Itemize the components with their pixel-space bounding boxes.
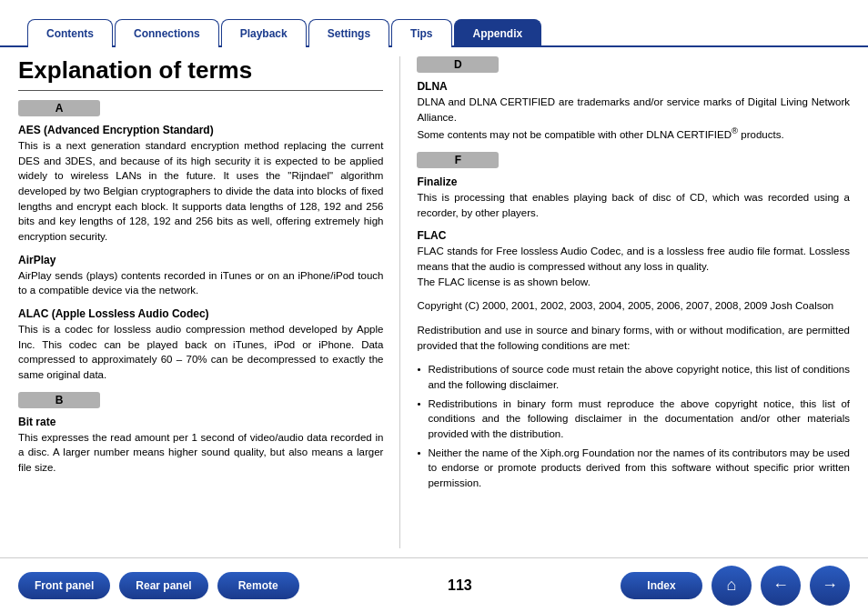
term-airplay: AirPlay AirPlay sends (plays) contents r… [18, 254, 383, 298]
flac-bullet-1: Redistributions of source code must reta… [417, 362, 850, 392]
section-b-bar: B [18, 392, 100, 408]
remote-button[interactable]: Remote [217, 572, 299, 599]
front-panel-button[interactable]: Front panel [18, 572, 110, 599]
back-button[interactable]: ← [761, 566, 801, 606]
left-column: Explanation of terms A AES (Advanced Enc… [18, 56, 400, 548]
footer-right-buttons: Index ⌂ ← → [621, 566, 850, 606]
content-area: Explanation of terms A AES (Advanced Enc… [0, 47, 868, 557]
forward-button[interactable]: → [810, 566, 850, 606]
footer: Front panel Rear panel Remote 113 Index … [0, 557, 868, 612]
tab-tips[interactable]: Tips [391, 19, 451, 47]
home-button[interactable]: ⌂ [712, 566, 752, 606]
term-aes-title: AES (Advanced Encryption Standard) [18, 124, 383, 136]
tab-navigation: Contents Connections Playback Settings T… [0, 0, 868, 47]
rear-panel-button[interactable]: Rear panel [119, 572, 207, 599]
term-finalize: Finalize This is processing that enables… [417, 176, 850, 220]
page-title: Explanation of terms [18, 56, 383, 85]
index-button[interactable]: Index [621, 572, 702, 599]
term-alac-body: This is a codec for lossless audio compr… [18, 322, 383, 383]
flac-bullet-3: Neither the name of the Xiph.org Foundat… [417, 446, 850, 491]
term-dlna-title: DLNA [417, 80, 850, 93]
flac-redistribution: Redistribution and use in source and bin… [417, 323, 850, 353]
term-dlna: DLNA DLNA and DLNA CERTIFIED are tradema… [417, 80, 850, 143]
tab-connections[interactable]: Connections [115, 19, 219, 47]
term-aes-body: This is a next generation standard encry… [18, 138, 383, 245]
home-icon: ⌂ [727, 576, 737, 595]
term-bitrate-body: This expresses the read amount per 1 sec… [18, 430, 383, 476]
page-number: 113 [448, 577, 472, 594]
term-alac-title: ALAC (Apple Lossless Audio Codec) [18, 307, 383, 320]
tab-playback[interactable]: Playback [221, 19, 307, 47]
title-divider [18, 90, 383, 91]
section-a-bar: A [18, 100, 100, 116]
tab-contents[interactable]: Contents [27, 19, 113, 47]
term-dlna-body: DLNA and DLNA CERTIFIED are trademarks a… [417, 95, 850, 143]
term-finalize-body: This is processing that enables playing … [417, 190, 850, 220]
term-alac: ALAC (Apple Lossless Audio Codec) This i… [18, 307, 383, 383]
flac-bullet-list: Redistributions of source code must reta… [417, 362, 850, 490]
term-airplay-body: AirPlay sends (plays) contents recorded … [18, 268, 383, 298]
flac-copyright: Copyright (C) 2000, 2001, 2002, 2003, 20… [417, 298, 850, 314]
term-bitrate: Bit rate This expresses the read amount … [18, 416, 383, 476]
term-flac: FLAC FLAC stands for Free lossless Audio… [417, 229, 850, 289]
tab-settings[interactable]: Settings [308, 19, 389, 47]
term-flac-body: FLAC stands for Free lossless Audio Code… [417, 244, 850, 289]
section-f-bar: F [417, 152, 499, 168]
footer-left-buttons: Front panel Rear panel Remote [18, 572, 299, 599]
section-d-bar: D [417, 56, 499, 73]
forward-icon: → [822, 576, 838, 595]
term-airplay-title: AirPlay [18, 254, 383, 266]
term-flac-title: FLAC [417, 229, 850, 242]
back-icon: ← [772, 576, 789, 595]
main-content: Explanation of terms A AES (Advanced Enc… [0, 47, 868, 612]
flac-bullet-2: Redistributions in binary form must repr… [417, 396, 850, 442]
term-bitrate-title: Bit rate [18, 416, 383, 428]
term-finalize-title: Finalize [417, 176, 850, 188]
tab-appendix[interactable]: Appendix [454, 19, 542, 47]
right-column: D DLNA DLNA and DLNA CERTIFIED are trade… [400, 56, 850, 548]
term-aes: AES (Advanced Encryption Standard) This … [18, 124, 383, 245]
